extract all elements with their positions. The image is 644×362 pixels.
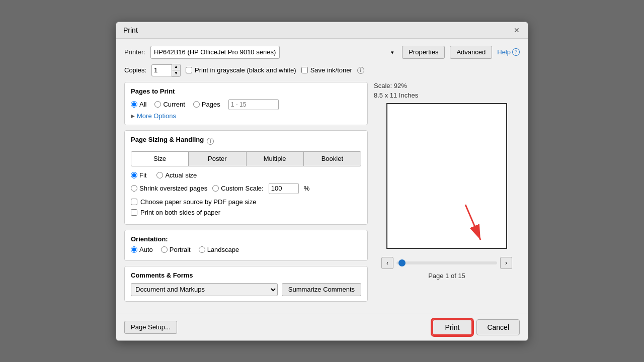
fit-row: Fit Actual size bbox=[131, 171, 361, 179]
printer-select-wrapper: HP642B16 (HP OfficeJet Pro 9010 series) bbox=[150, 46, 397, 59]
save-ink-checkbox-label[interactable]: Save ink/toner bbox=[301, 66, 352, 74]
tab-size[interactable]: Size bbox=[131, 152, 189, 166]
bottom-bar: Page Setup... Print Cancel bbox=[116, 314, 528, 340]
dialog-body: Printer: HP642B16 (HP OfficeJet Pro 9010… bbox=[116, 39, 528, 314]
summarize-comments-button[interactable]: Summarize Comments bbox=[282, 283, 361, 296]
actual-size-radio-label[interactable]: Actual size bbox=[156, 171, 197, 179]
help-icon: ? bbox=[512, 48, 520, 56]
fit-radio-label[interactable]: Fit bbox=[131, 171, 146, 179]
tab-poster[interactable]: Poster bbox=[189, 152, 246, 166]
custom-scale-input[interactable] bbox=[269, 183, 299, 194]
main-content: Pages to Print All Current Pages bbox=[124, 82, 520, 307]
actual-size-radio[interactable] bbox=[156, 172, 163, 178]
help-label: Help bbox=[497, 48, 511, 56]
auto-radio[interactable] bbox=[131, 246, 137, 253]
left-panel: Pages to Print All Current Pages bbox=[124, 82, 368, 307]
portrait-radio[interactable] bbox=[161, 246, 168, 253]
pages-range-input[interactable] bbox=[228, 99, 279, 110]
pages-radio-group: All Current Pages bbox=[131, 99, 361, 110]
shrink-radio-label[interactable]: Shrink oversized pages bbox=[131, 185, 207, 192]
copies-input[interactable] bbox=[151, 64, 172, 76]
tab-multiple[interactable]: Multiple bbox=[247, 152, 304, 166]
current-radio[interactable] bbox=[154, 101, 161, 108]
slider-row: ‹ › bbox=[374, 257, 520, 269]
comments-section: Comments & Forms Document and Markups Su… bbox=[124, 266, 368, 302]
pages-to-print-title: Pages to Print bbox=[131, 87, 361, 95]
copies-decrement[interactable]: ▼ bbox=[172, 70, 180, 76]
pages-radio-label[interactable]: Pages bbox=[193, 101, 220, 108]
choose-paper-row: Choose paper source by PDF page size bbox=[131, 198, 361, 206]
orientation-title: Orientation: bbox=[131, 235, 168, 243]
close-button[interactable]: ✕ bbox=[513, 26, 521, 34]
right-panel: Scale: 92% 8.5 x 11 Inches bbox=[374, 82, 520, 307]
page-info: Page 1 of 15 bbox=[428, 272, 465, 280]
copies-label: Copies: bbox=[124, 66, 146, 74]
copies-increment[interactable]: ▲ bbox=[172, 64, 180, 70]
orientation-section: Orientation: Auto Portrait Landscape bbox=[124, 230, 368, 261]
fit-radio[interactable] bbox=[131, 172, 137, 178]
print-button[interactable]: Print bbox=[432, 319, 473, 335]
cancel-button[interactable]: Cancel bbox=[476, 319, 520, 335]
copies-input-wrap: ▲ ▼ bbox=[151, 64, 181, 77]
current-radio-label[interactable]: Current bbox=[154, 101, 185, 108]
comments-select[interactable]: Document and Markups bbox=[131, 283, 278, 296]
both-sides-row: Print on both sides of paper bbox=[131, 209, 361, 216]
page-slider-thumb bbox=[398, 259, 406, 266]
page-setup-button[interactable]: Page Setup... bbox=[124, 321, 177, 334]
all-radio[interactable] bbox=[131, 101, 137, 108]
portrait-radio-label[interactable]: Portrait bbox=[161, 246, 191, 253]
spinner-buttons: ▲ ▼ bbox=[172, 64, 181, 77]
auto-radio-label[interactable]: Auto bbox=[131, 246, 153, 253]
properties-button[interactable]: Properties bbox=[402, 46, 445, 59]
page-sizing-title-row: Page Sizing & Handling i bbox=[131, 136, 361, 147]
title-bar: Print ✕ bbox=[116, 22, 528, 39]
custom-scale-radio-label[interactable]: Custom Scale: bbox=[212, 185, 264, 192]
right-bottom-buttons: Print Cancel bbox=[432, 319, 520, 335]
grayscale-checkbox-label[interactable]: Print in grayscale (black and white) bbox=[186, 66, 296, 74]
preview-box bbox=[386, 103, 507, 249]
more-options-arrow: ▶ bbox=[131, 113, 135, 119]
save-ink-checkbox[interactable] bbox=[301, 67, 308, 73]
page-sizing-info-icon: i bbox=[207, 138, 214, 145]
help-link[interactable]: Help ? bbox=[497, 48, 520, 56]
preview-area bbox=[386, 103, 507, 257]
scale-text: Scale: 92% bbox=[374, 82, 520, 89]
next-page-button[interactable]: › bbox=[500, 257, 512, 269]
copies-row: Copies: ▲ ▼ Print in grayscale (black an… bbox=[124, 64, 520, 77]
advanced-button[interactable]: Advanced bbox=[450, 46, 492, 59]
landscape-radio-label[interactable]: Landscape bbox=[199, 246, 239, 253]
printer-row: Printer: HP642B16 (HP OfficeJet Pro 9010… bbox=[124, 46, 520, 59]
page-sizing-section: Page Sizing & Handling i Size Poster Mul… bbox=[124, 130, 368, 225]
comments-row: Document and Markups Summarize Comments bbox=[131, 283, 361, 296]
arrow-annotation bbox=[387, 104, 508, 250]
dialog-title: Print bbox=[123, 26, 138, 34]
landscape-radio[interactable] bbox=[199, 246, 205, 253]
svg-line-1 bbox=[465, 205, 480, 240]
paper-size-text: 8.5 x 11 Inches bbox=[374, 92, 418, 99]
printer-label: Printer: bbox=[124, 48, 145, 56]
more-options[interactable]: ▶ More Options bbox=[131, 112, 361, 120]
page-sizing-title: Page Sizing & Handling bbox=[131, 136, 204, 143]
print-dialog: Print ✕ Printer: HP642B16 (HP OfficeJet … bbox=[116, 22, 528, 341]
all-radio-label[interactable]: All bbox=[131, 101, 146, 108]
save-ink-info-icon: i bbox=[357, 67, 364, 74]
pages-radio[interactable] bbox=[193, 101, 200, 108]
tab-booklet[interactable]: Booklet bbox=[304, 152, 361, 166]
custom-scale-radio[interactable] bbox=[212, 185, 219, 192]
pages-to-print-section: Pages to Print All Current Pages bbox=[124, 82, 368, 125]
choose-paper-checkbox[interactable] bbox=[131, 199, 137, 205]
orientation-radio-group: Auto Portrait Landscape bbox=[131, 246, 361, 253]
printer-select[interactable]: HP642B16 (HP OfficeJet Pro 9010 series) bbox=[150, 46, 280, 59]
shrink-radio[interactable] bbox=[131, 185, 137, 192]
shrink-row: Shrink oversized pages Custom Scale: % bbox=[131, 183, 361, 194]
both-sides-checkbox[interactable] bbox=[131, 209, 137, 216]
comments-title: Comments & Forms bbox=[131, 272, 361, 279]
prev-page-button[interactable]: ‹ bbox=[381, 257, 393, 269]
tab-buttons: Size Poster Multiple Booklet bbox=[131, 151, 361, 166]
page-slider-track[interactable] bbox=[396, 261, 497, 264]
grayscale-checkbox[interactable] bbox=[186, 67, 192, 73]
